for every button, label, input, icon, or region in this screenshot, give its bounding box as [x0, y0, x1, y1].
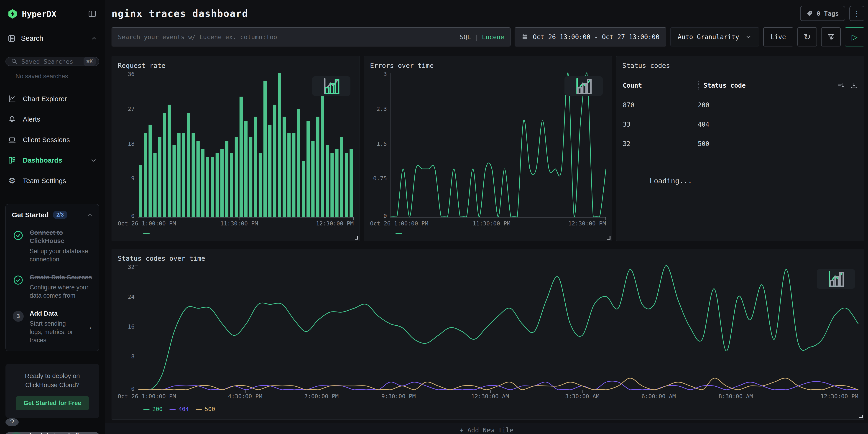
run-query-button[interactable]: ▷ — [845, 27, 864, 46]
sidebar-item-client-sessions[interactable]: Client Sessions — [5, 130, 99, 150]
get-started-title: Get Started — [12, 211, 49, 219]
bar — [153, 153, 156, 217]
get-started-step-2[interactable]: Create Data Sources Configure where your… — [12, 273, 93, 300]
clickhouse-cloud-card: Ready to deploy on ClickHouse Cloud? Get… — [5, 364, 99, 418]
legend-dash — [143, 233, 150, 234]
event-search-input[interactable]: Search your events w/ Lucene ex. column:… — [112, 27, 510, 46]
add-new-tile-button[interactable]: + Add New Tile — [105, 423, 868, 434]
y-axis: 36271890 — [118, 73, 138, 217]
sql-toggle[interactable]: SQL — [460, 33, 471, 40]
bar — [307, 121, 310, 217]
table-body: 8702003340432500 — [622, 101, 858, 148]
column-header-status-code[interactable]: Status code — [704, 82, 858, 89]
bar — [297, 109, 300, 217]
x-axis-tick-label: 12:30:00 PM — [820, 393, 858, 400]
bar — [196, 141, 200, 217]
resize-handle[interactable] — [355, 236, 358, 240]
sidebar-item-label: Chart Explorer — [23, 95, 97, 103]
filter-button[interactable] — [821, 27, 841, 46]
get-started-progress-badge: 2/3 — [53, 211, 67, 219]
saved-searches-input[interactable]: Saved Searches ⌘K — [5, 57, 99, 66]
x-axis-tick — [583, 390, 583, 393]
sidebar-item-alerts[interactable]: Alerts — [5, 109, 99, 130]
y-axis-tick-label: 36 — [128, 71, 134, 77]
lucene-toggle[interactable]: Lucene — [482, 33, 504, 40]
y-axis-tick-label: 0 — [383, 213, 387, 219]
chevron-up-icon[interactable] — [87, 212, 93, 218]
table-header: Count Status code — [622, 81, 858, 90]
date-range-picker[interactable]: Oct 26 13:00:00 - Oct 27 13:00:00 — [515, 27, 666, 46]
bar — [335, 149, 338, 217]
kebab-menu-button[interactable]: ⋮ — [849, 6, 864, 21]
bar-chart-icon[interactable] — [335, 81, 344, 91]
bar — [321, 77, 324, 217]
sidebar-section-search[interactable]: Search — [5, 34, 99, 50]
bar — [230, 153, 233, 217]
x-axis-tick-label: 12:30:00 PM — [568, 220, 606, 227]
cmd-k-shortcut: ⌘K — [84, 57, 96, 66]
sidebar-item-label: Dashboards — [23, 156, 84, 164]
sidebar-item-team-settings[interactable]: ⚙ Team Settings — [5, 170, 99, 191]
resize-handle[interactable] — [859, 415, 863, 418]
y-axis-tick-label: 16 — [128, 324, 134, 330]
resize-handle[interactable] — [607, 236, 611, 240]
y-axis-tick-label: 27 — [128, 106, 134, 112]
sort-icon[interactable] — [837, 82, 845, 90]
y-axis-tick-label: 2.3 — [377, 106, 387, 112]
status-codes-over-time-chart: 32241680 Oct 26 1:00:00 PM4:30:00 PM7:00… — [118, 266, 858, 412]
bar — [235, 137, 238, 217]
bar — [254, 117, 257, 217]
get-started-step-1[interactable]: Connect to ClickHouse Set up your databa… — [12, 228, 93, 264]
table-row[interactable]: 32500 — [622, 140, 858, 148]
deploy-text-line1: Ready to deploy on — [11, 371, 93, 381]
query-language-toggle[interactable]: SQL | Lucene — [460, 33, 504, 40]
bar — [216, 153, 219, 217]
column-header-count[interactable]: Count — [622, 82, 698, 89]
chevron-up-icon[interactable] — [91, 35, 97, 42]
chevron-down-icon[interactable] — [90, 157, 97, 164]
bar-chart-icon[interactable] — [839, 274, 849, 284]
table-row[interactable]: 870200 — [622, 101, 858, 109]
bar — [163, 113, 166, 217]
bar — [139, 165, 142, 217]
x-axis-tick — [659, 390, 659, 393]
table-row[interactable]: 33404 — [622, 121, 858, 128]
y-axis-tick-label: 0 — [131, 213, 134, 219]
dashboards-icon — [8, 156, 17, 165]
sidebar-item-label: Client Sessions — [23, 136, 97, 144]
panel-title: Request rate — [118, 62, 353, 69]
granularity-select[interactable]: Auto Granularity — [670, 27, 759, 46]
cell-status-code: 404 — [698, 121, 858, 128]
sidebar-collapse-icon[interactable] — [87, 9, 97, 19]
chart-view-toggle[interactable] — [817, 269, 855, 289]
sidebar-item-label: Team Settings — [23, 177, 97, 185]
column-divider[interactable] — [698, 81, 699, 90]
bar — [287, 133, 290, 217]
deploy-text-line2: ClickHouse Cloud? — [11, 380, 93, 390]
chart-view-toggle[interactable] — [312, 76, 350, 96]
y-axis-tick-label: 8 — [131, 353, 134, 359]
sidebar-item-chart-explorer[interactable]: Chart Explorer — [5, 89, 99, 109]
bar — [326, 145, 329, 217]
bar-chart-icon[interactable] — [587, 81, 596, 91]
live-button[interactable]: Live — [763, 27, 793, 46]
x-axis-labels: Oct 26 1:00:00 PM4:30:00 PM7:00:00 PM9:3… — [138, 393, 858, 401]
bell-icon — [8, 115, 17, 124]
bar — [268, 125, 272, 217]
chart-view-toggle[interactable] — [564, 76, 603, 96]
sidebar: HyperDX Search Saved Searches ⌘K No save… — [0, 0, 105, 434]
x-axis-tick-label: 12:30:00 PM — [316, 220, 353, 227]
get-started-free-button[interactable]: Get Started for Free — [16, 396, 89, 410]
search-section-icon — [7, 34, 16, 43]
bar — [316, 117, 319, 217]
sidebar-item-dashboards[interactable]: Dashboards — [5, 150, 99, 170]
refresh-button[interactable]: ↻ — [798, 27, 817, 46]
get-started-step-3[interactable]: 3 Add Data Start sending logs, metrics, … — [12, 309, 93, 344]
plot-area — [390, 73, 606, 217]
x-axis-tick-label: 11:30:00 PM — [220, 220, 258, 227]
tags-button[interactable]: 0 Tags — [800, 6, 845, 21]
date-range-value: Oct 26 13:00:00 - Oct 27 13:00:00 — [533, 33, 659, 41]
download-icon[interactable] — [850, 82, 858, 90]
user-account-button[interactable]: D dominic.tran@clic... dominic.tran@clic… — [5, 432, 99, 434]
help-button[interactable]: ? — [5, 418, 19, 426]
